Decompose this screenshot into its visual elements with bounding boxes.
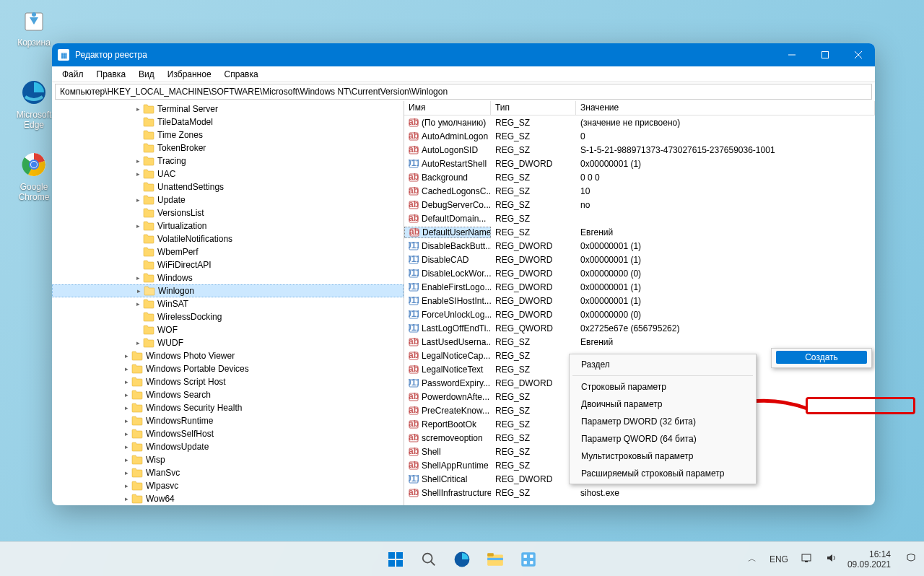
tree-item[interactable]: ▸WinSAT: [52, 297, 404, 310]
chevron-icon[interactable]: ▸: [121, 378, 131, 385]
header-type[interactable]: Тип: [491, 101, 576, 115]
menu-избранное[interactable]: Избранное: [162, 68, 217, 81]
list-row[interactable]: abShellInfrastructureREG_SZsihost.exe: [404, 486, 875, 499]
tree-item[interactable]: ▸Terminal Server: [52, 102, 404, 115]
tree-item[interactable]: TokenBroker: [52, 141, 404, 154]
taskbar-explorer[interactable]: [481, 545, 510, 574]
tree-item[interactable]: ▸Windows Script Host: [52, 375, 404, 388]
tray-network-icon[interactable]: [798, 550, 816, 568]
taskbar-edge[interactable]: [448, 545, 476, 574]
taskbar-regedit[interactable]: [514, 545, 543, 574]
menu-вид[interactable]: Вид: [133, 68, 160, 81]
tree-panel[interactable]: ▸Terminal ServerTileDataModelTime ZonesT…: [52, 101, 404, 505]
list-row[interactable]: abAutoLogonSIDREG_SZS-1-5-21-988971373-4…: [404, 143, 875, 157]
tree-item[interactable]: ▸Windows Security Health: [52, 401, 404, 414]
desktop-icon-recycle-bin[interactable]: Корзина: [12, 6, 56, 48]
chevron-icon[interactable]: ▸: [121, 365, 131, 372]
chevron-icon[interactable]: ▸: [133, 222, 143, 230]
chevron-icon[interactable]: ▸: [121, 456, 131, 463]
list-row[interactable]: 011AutoRestartShellREG_DWORD0x00000001 (…: [404, 157, 875, 170]
context-item[interactable]: Расширяемый строковый параметр: [570, 465, 756, 482]
menu-справка[interactable]: Справка: [219, 68, 264, 81]
titlebar[interactable]: ▦ Редактор реестра: [52, 43, 875, 66]
tree-item[interactable]: ▸Windows Search: [52, 388, 404, 401]
desktop-icon-chrome[interactable]: Google Chrome: [12, 150, 56, 202]
chevron-icon[interactable]: ▸: [134, 287, 144, 294]
chevron-icon[interactable]: ▸: [121, 417, 131, 424]
list-row[interactable]: abBackgroundREG_SZ0 0 0: [404, 170, 875, 184]
tree-item[interactable]: ▸Update: [52, 193, 404, 206]
list-row[interactable]: abDefaultUserNameREG_SZЕвгений: [404, 225, 875, 239]
tree-item[interactable]: WbemPerf: [52, 245, 404, 258]
tray-chevron-icon[interactable]: ︿: [745, 550, 759, 568]
tray-volume-icon[interactable]: [823, 550, 840, 568]
context-item[interactable]: Параметр QWORD (64 бита): [570, 430, 756, 448]
tree-item[interactable]: VersionsList: [52, 206, 404, 219]
tree-item[interactable]: ▸Wow64: [52, 492, 404, 505]
context-item-create[interactable]: Создать: [776, 351, 867, 364]
tree-item[interactable]: ▸WindowsSelfHost: [52, 427, 404, 440]
context-item[interactable]: Строковый параметр: [570, 378, 756, 396]
tree-item[interactable]: WOF: [52, 323, 404, 336]
chevron-icon[interactable]: ▸: [133, 157, 143, 165]
chevron-icon[interactable]: ▸: [133, 105, 143, 113]
list-row[interactable]: 011LastLogOffEndTi...REG_QWORD0x2725e67e…: [404, 321, 875, 335]
tree-item[interactable]: ▸Tracing: [52, 154, 404, 167]
header-value[interactable]: Значение: [576, 101, 875, 115]
minimize-button[interactable]: [775, 43, 808, 66]
list-row[interactable]: 011DisableCADREG_DWORD0x00000001 (1): [404, 253, 875, 266]
context-item[interactable]: Мультистроковый параметр: [570, 448, 756, 465]
tray-notifications-icon[interactable]: [902, 549, 920, 569]
tree-item[interactable]: VolatileNotifications: [52, 232, 404, 245]
tree-item[interactable]: TileDataModel: [52, 115, 404, 128]
tree-item[interactable]: WiFiDirectAPI: [52, 258, 404, 271]
tree-item[interactable]: ▸Winlogon: [52, 284, 404, 297]
header-name[interactable]: Имя: [404, 101, 491, 115]
list-row[interactable]: ab(По умолчанию)REG_SZ(значение не присв…: [404, 115, 875, 129]
list-row[interactable]: abLastUsedUserna...REG_SZЕвгений: [404, 335, 875, 349]
chevron-icon[interactable]: ▸: [121, 404, 131, 411]
close-button[interactable]: [842, 43, 875, 66]
context-item[interactable]: Двоичный параметр: [570, 396, 756, 413]
chevron-icon[interactable]: ▸: [121, 495, 131, 502]
list-row[interactable]: 011EnableSIHostInt...REG_DWORD0x00000001…: [404, 294, 875, 307]
chevron-icon[interactable]: ▸: [133, 300, 143, 307]
chevron-icon[interactable]: ▸: [121, 352, 131, 359]
chevron-icon[interactable]: ▸: [121, 430, 131, 437]
tree-item[interactable]: ▸Wlpasvc: [52, 479, 404, 492]
list-row[interactable]: 011DisableBackButt...REG_DWORD0x00000001…: [404, 239, 875, 253]
tree-item[interactable]: WirelessDocking: [52, 310, 404, 323]
tree-item[interactable]: ▸Windows: [52, 271, 404, 284]
chevron-icon[interactable]: ▸: [133, 170, 143, 178]
list-row[interactable]: abAutoAdminLogonREG_SZ0: [404, 129, 875, 143]
tree-item[interactable]: ▸Wisp: [52, 453, 404, 466]
chevron-icon[interactable]: ▸: [121, 391, 131, 398]
tree-item[interactable]: ▸UAC: [52, 167, 404, 180]
list-row[interactable]: 011ForceUnlockLog...REG_DWORD0x00000000 …: [404, 307, 875, 321]
list-row[interactable]: 011DisableLockWor...REG_DWORD0x00000000 …: [404, 266, 875, 280]
tree-item[interactable]: ▸WindowsRuntime: [52, 414, 404, 427]
tree-item[interactable]: ▸Virtualization: [52, 219, 404, 232]
tree-item[interactable]: ▸Windows Portable Devices: [52, 362, 404, 375]
tray-language[interactable]: ENG: [767, 551, 791, 567]
chevron-icon[interactable]: ▸: [133, 339, 143, 346]
list-row[interactable]: abCachedLogonsC...REG_SZ10: [404, 184, 875, 198]
chevron-icon[interactable]: ▸: [121, 443, 131, 450]
start-button[interactable]: [381, 545, 410, 574]
context-item[interactable]: Параметр DWORD (32 бита): [570, 413, 756, 430]
tray-clock[interactable]: 16:14 09.09.2021: [847, 549, 895, 570]
list-row[interactable]: abDefaultDomain...REG_SZ: [404, 211, 875, 225]
search-button[interactable]: [414, 545, 443, 574]
menu-правка[interactable]: Правка: [91, 68, 132, 81]
chevron-icon[interactable]: ▸: [121, 482, 131, 489]
tree-item[interactable]: UnattendSettings: [52, 180, 404, 193]
desktop-icon-edge[interactable]: Microsoft Edge: [12, 78, 56, 130]
tree-item[interactable]: Time Zones: [52, 128, 404, 141]
context-item[interactable]: Раздел: [570, 356, 756, 373]
chevron-icon[interactable]: ▸: [133, 196, 143, 204]
tree-item[interactable]: ▸Windows Photo Viewer: [52, 349, 404, 362]
tree-item[interactable]: ▸WUDF: [52, 336, 404, 349]
chevron-icon[interactable]: ▸: [121, 469, 131, 476]
chevron-icon[interactable]: ▸: [133, 274, 143, 282]
list-row[interactable]: 011EnableFirstLogo...REG_DWORD0x00000001…: [404, 280, 875, 294]
